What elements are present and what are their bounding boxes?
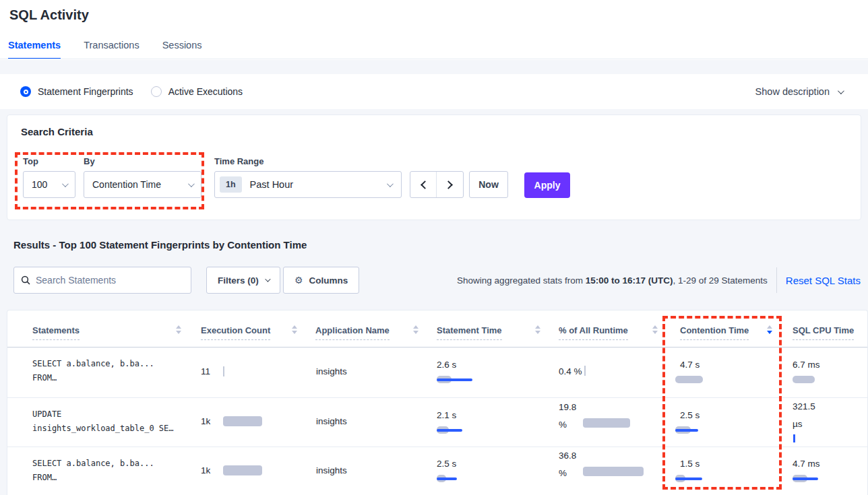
tab-sessions[interactable]: Sessions <box>162 40 202 59</box>
statement-time-bar <box>437 475 446 482</box>
column-header-contention-time[interactable]: Contention Time <box>680 324 749 336</box>
pct-runtime-value: 0.4 % <box>559 366 582 376</box>
pct-runtime-value-line2: % <box>559 468 567 478</box>
show-description-toggle[interactable]: Show description <box>755 74 842 109</box>
column-header-application-name[interactable]: Application Name <box>315 324 390 336</box>
sql-cpu-time-value-line2: µs <box>793 419 803 429</box>
column-header-sql-cpu-time[interactable]: SQL CPU Time <box>793 324 854 336</box>
now-button[interactable]: Now <box>469 171 508 198</box>
sort-icon-statements[interactable] <box>176 325 181 334</box>
by-label: By <box>84 156 95 166</box>
chevron-down-icon <box>188 180 195 187</box>
chevron-down-icon <box>387 180 394 187</box>
top-label: Top <box>23 156 38 166</box>
chevron-right-icon <box>444 180 453 189</box>
radio-selected-icon <box>20 86 31 97</box>
search-statements-box <box>13 267 191 294</box>
page-title: SQL Activity <box>9 7 89 23</box>
top-select-value: 100 <box>32 179 62 190</box>
table-row: UPDATEinsights_workload_table_0 SE… 1k i… <box>7 398 867 447</box>
sql-cpu-time-value: 4.7 ms <box>793 459 820 469</box>
sql-activity-page: SQL Activity Statements Transactions Ses… <box>0 0 868 495</box>
toolbar-divider <box>776 267 777 293</box>
chevron-down-icon <box>838 88 844 94</box>
pct-runtime-value-line1: 19.8 <box>559 402 576 412</box>
search-statements-input[interactable] <box>36 275 184 286</box>
sort-icon-contention-time-active[interactable] <box>767 325 772 334</box>
contention-time-value: 1.5 s <box>680 459 700 469</box>
filters-button[interactable]: Filters (0) <box>206 267 280 294</box>
radio-label: Statement Fingerprints <box>38 86 133 97</box>
view-toggle-group: Statement Fingerprints Active Executions <box>20 74 243 109</box>
statement-link[interactable]: UPDATEinsights_workload_table_0 SE… <box>32 407 174 436</box>
sort-icon-application-name[interactable] <box>413 325 418 334</box>
sql-cpu-time-bar <box>793 475 807 482</box>
sort-icon-execution-count[interactable] <box>292 325 297 334</box>
table-header-row: Statements Execution Count Application N… <box>7 310 867 348</box>
pct-runtime-bar <box>584 366 586 376</box>
results-heading: Results - Top 100 Statement Fingerprints… <box>13 239 307 251</box>
top-select[interactable]: 100 <box>23 171 75 198</box>
previous-time-button[interactable] <box>410 172 437 197</box>
search-criteria-title: Search Criteria <box>21 126 93 137</box>
sql-cpu-time-value: 6.7 ms <box>793 360 820 370</box>
apply-button[interactable]: Apply <box>524 172 570 198</box>
column-header-statements[interactable]: Statements <box>32 324 80 336</box>
application-name-value: insights <box>316 416 347 426</box>
radio-unselected-icon <box>151 86 162 97</box>
statement-time-bar <box>437 376 452 383</box>
statement-time-bar <box>437 426 449 434</box>
time-range-select[interactable]: 1h Past Hour <box>214 171 402 198</box>
pct-runtime-bar <box>583 467 644 476</box>
chevron-down-icon <box>62 180 69 187</box>
contention-time-value: 2.5 s <box>680 410 700 420</box>
sort-icon-pct-of-all-runtime[interactable] <box>652 325 658 334</box>
execution-count-value: 11 <box>201 366 210 376</box>
execution-count-bar <box>223 465 262 475</box>
chevron-down-icon <box>265 276 270 282</box>
statements-table: Statements Execution Count Application N… <box>7 310 868 495</box>
application-name-value: insights <box>316 366 347 376</box>
pct-runtime-value-line2: % <box>559 420 567 430</box>
statement-time-value: 2.5 s <box>437 459 456 469</box>
search-criteria-card: Search Criteria Top 100 By Contention Ti… <box>7 114 861 220</box>
table-row: SELECT a.balance, b.ba...FROM… 1k insigh… <box>7 447 867 495</box>
table-row: SELECT a.balance, b.ba...FROM… 11 insigh… <box>7 348 867 398</box>
tab-statements[interactable]: Statements <box>8 40 61 59</box>
contention-time-bar <box>675 426 691 434</box>
column-header-statement-time[interactable]: Statement Time <box>437 324 502 336</box>
by-select-value: Contention Time <box>92 179 188 190</box>
radio-statement-fingerprints[interactable]: Statement Fingerprints <box>20 86 133 97</box>
radio-active-executions[interactable]: Active Executions <box>151 86 243 97</box>
tab-bar: Statements Transactions Sessions <box>8 40 202 59</box>
application-name-value: insights <box>316 465 347 475</box>
column-header-pct-of-all-runtime[interactable]: % of All Runtime <box>559 324 628 336</box>
time-range-value: Past Hour <box>250 179 387 190</box>
reset-sql-stats-link[interactable]: Reset SQL Stats <box>786 275 861 286</box>
time-range-label: Time Range <box>214 156 264 166</box>
tabs-divider <box>0 59 868 59</box>
execution-count-value: 1k <box>201 465 210 475</box>
next-time-button[interactable] <box>437 172 463 197</box>
statement-link[interactable]: SELECT a.balance, b.ba...FROM… <box>32 357 154 385</box>
columns-button[interactable]: ⚙ Columns <box>283 267 359 294</box>
pct-runtime-value-line1: 36.8 <box>559 451 576 461</box>
column-header-execution-count[interactable]: Execution Count <box>201 324 270 336</box>
contention-time-bar <box>675 475 685 482</box>
tab-transactions[interactable]: Transactions <box>84 40 139 59</box>
filters-label: Filters (0) <box>218 275 259 286</box>
sql-cpu-time-bar <box>793 434 795 442</box>
pct-runtime-bar <box>583 418 630 428</box>
execution-count-value: 1k <box>201 416 210 426</box>
statement-link[interactable]: SELECT a.balance, b.ba...FROM… <box>32 457 154 485</box>
contention-time-bar <box>675 376 703 383</box>
stats-prefix: Showing aggregated stats from <box>457 275 586 286</box>
by-select[interactable]: Contention Time <box>84 171 202 198</box>
sort-icon-statement-time[interactable] <box>535 325 540 334</box>
aggregated-stats-text: Showing aggregated stats from 15:00 to 1… <box>457 275 768 286</box>
sql-cpu-time-value-line1: 321.5 <box>793 401 815 411</box>
columns-label: Columns <box>309 275 348 286</box>
statement-time-value: 2.6 s <box>437 360 456 370</box>
contention-time-value: 4.7 s <box>680 360 700 370</box>
chevron-left-icon <box>421 180 429 189</box>
